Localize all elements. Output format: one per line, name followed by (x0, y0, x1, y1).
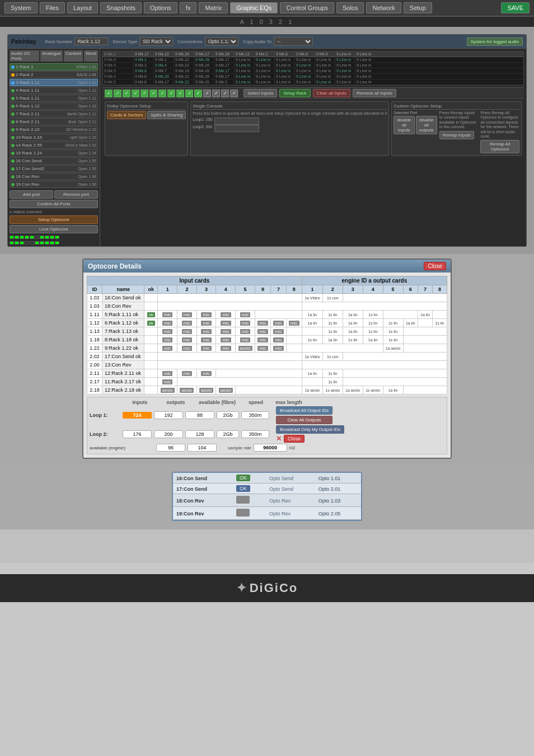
rack-item[interactable]: 17 Con Send2 Open 2.55 (10, 165, 98, 172)
row-id: 1.03 (87, 302, 102, 311)
setup-optocore-btn[interactable]: Setup Optocore (10, 215, 98, 224)
remap-all-optocore-btn[interactable]: Remap All Optocore (480, 140, 519, 153)
check-icon[interactable]: ✓ (140, 90, 148, 97)
row-in6: mic (255, 319, 270, 327)
nav-control-groups[interactable]: Control Groups (280, 2, 334, 13)
nav-network[interactable]: Network (366, 2, 401, 13)
disable-outputs-btn[interactable]: disable all outputs (416, 116, 437, 134)
clear-all-inputs-btn[interactable]: Clear all Inputs (313, 89, 350, 97)
check-icon[interactable]: ✓ (176, 90, 184, 97)
dialog-close-button[interactable]: Close (424, 262, 446, 270)
loop1-input[interactable] (214, 118, 259, 125)
copy-audio-select[interactable]: -- (274, 37, 313, 46)
engine-row: available (engine): 96 104 sample rate 9… (90, 444, 444, 452)
add-port-btn[interactable]: Add port (10, 190, 53, 199)
dialog-close-btn-2[interactable]: Close (284, 435, 305, 443)
remove-port-btn[interactable]: Remove port (54, 190, 98, 199)
nav-setup[interactable]: Setup (404, 2, 432, 13)
row-label: 9 Mk.5 (103, 69, 134, 73)
nav-system[interactable]: System (4, 2, 38, 13)
check-icon[interactable]: ✓ (185, 90, 193, 97)
close-row: ✕ Close (276, 435, 344, 443)
led (40, 236, 44, 239)
row-in7: mic (270, 327, 286, 336)
cell: 9 Mk.28 (194, 63, 214, 67)
cell: 9 Line in (295, 74, 315, 78)
rack-item[interactable]: 10 Rack 2.16 split Open 2.16 (10, 134, 98, 141)
rack-item[interactable]: 9 Rack 2.10 SD Wireless 2.10 (10, 126, 98, 133)
device-type-label: Device Type (113, 39, 137, 44)
rack-item[interactable]: 4 Rack 1.11 Open 1.11 (10, 87, 98, 94)
matrix-row: 9 Mk.4 9 Mk.6 9 Mk.20 9 Mk.22 9 Mk.28 9 … (103, 74, 523, 79)
rack-number-input[interactable] (74, 37, 108, 45)
check-icon[interactable]: ✓ (212, 90, 220, 97)
rack-item[interactable]: 8 Rack 2.11 Anal. Open 2.11 (10, 118, 98, 125)
check-icon[interactable]: ✓ (230, 90, 238, 97)
rack-item[interactable]: 14 Rack 2.55 DiGiCo Madi 2.03 (10, 142, 98, 149)
remove-all-inputs-btn[interactable]: Remove all Inputs (353, 89, 396, 97)
sd-ok-btn-blue[interactable]: OK (236, 485, 250, 492)
rack-item[interactable]: 3 Rack 1.11 Open 1.11 (10, 79, 98, 86)
led (35, 236, 39, 239)
clear-all-btn[interactable]: Clear All Outputs (276, 416, 332, 424)
check-icon[interactable]: ✓ (221, 90, 229, 97)
loop2-input[interactable] (214, 125, 259, 132)
check-icon[interactable]: ✓ (158, 90, 166, 97)
check-icon[interactable]: ✓ (194, 90, 202, 97)
col-ok: ok (144, 285, 158, 294)
system-for-logged-audio-btn[interactable]: System for logged audio (467, 37, 523, 46)
conform-all-ports-btn[interactable]: Confirm All Ports (10, 200, 98, 208)
x-close-icon[interactable]: ✕ (276, 435, 282, 443)
broadcast-all-btn[interactable]: Broadcast All Output IDs (276, 406, 332, 415)
check-icon[interactable]: ✓ (105, 90, 113, 97)
select-inputs-btn[interactable]: Select Inputs (243, 89, 277, 97)
nav-matrix[interactable]: Matrix (199, 2, 228, 13)
rack-item[interactable]: 16 Con Send Open 1.55 (10, 157, 98, 165)
row-ok (144, 353, 158, 361)
nav-options[interactable]: Options (144, 2, 177, 13)
row-ok: ok (144, 319, 158, 327)
engine-val2: 104 (188, 444, 217, 452)
rack-item[interactable]: 7 Rack 2.11 dante Open 2.11 (10, 110, 98, 118)
rack-item[interactable]: 18 Con Rev Open 1.96 (10, 173, 98, 180)
speed-header: speed (242, 400, 270, 405)
nav-layout[interactable]: Layout (67, 2, 98, 13)
dolby-btn-group: Cards & Sectors Splits & Sharing (107, 111, 186, 119)
lock-optocore-btn[interactable]: Lock Optocore (10, 225, 98, 233)
check-icon[interactable]: ✓ (203, 90, 211, 97)
check-icon[interactable]: ✓ (149, 90, 157, 97)
remap-inputs-btn[interactable]: Remap Inputs (439, 131, 474, 139)
setup-rack-btn[interactable]: Setup Rack (279, 89, 310, 97)
nav-solos[interactable]: Solos (336, 2, 364, 13)
dialog-body: Input cards engine ID a output cards ID … (83, 273, 451, 458)
connections-select[interactable]: Opto 1.12 (205, 37, 238, 46)
splits-sharing-btn[interactable]: Splits & Sharing (147, 111, 186, 119)
check-icon[interactable]: ✓ (167, 90, 175, 97)
rack-item[interactable]: 2 Rack 2 BACE 2.84 (10, 71, 98, 78)
col-9: 9 (255, 285, 270, 294)
remap-all-desc: Press Remap All Optocore to configure al… (480, 111, 519, 139)
save-button[interactable]: SAVE (501, 2, 530, 13)
broadcast-only-btn[interactable]: Broadcast Only My Output IDs (276, 425, 344, 434)
rack-item[interactable]: 6 Rack 1.12 Open 1.32 (10, 102, 98, 110)
matrix-column-headers: 9 Mk.1 9 Mk.17 9 Mk.22 9 Mk.28 9 Mk.17 9… (103, 51, 523, 57)
sd-ok-btn[interactable]: OK (236, 475, 250, 481)
nav-fx[interactable]: fx (180, 2, 197, 13)
cards-sectors-btn[interactable]: Cards & Sectors (107, 111, 146, 119)
col-1: 1 (158, 285, 177, 294)
rack-item[interactable]: 1 Rack 1 KRAG 1.82 (10, 63, 98, 71)
disable-inputs-btn[interactable]: disable all inputs (394, 116, 414, 134)
rack-item[interactable]: 19 Con Rev Open 1.96 (10, 181, 98, 188)
check-icon[interactable]: ✓ (132, 90, 139, 97)
nav-graphic-eqs[interactable]: Graphic EQs (230, 2, 278, 13)
check-icon[interactable]: ✓ (123, 90, 130, 97)
rack-item[interactable]: 15 Rack 2.24 Open 2.24 (10, 149, 98, 157)
nav-files[interactable]: Files (40, 2, 65, 13)
check-icon[interactable]: ✓ (114, 90, 121, 97)
rack-item[interactable]: 5 Rack 1.11 Open 1.11 (10, 95, 98, 102)
device-type-select[interactable]: SD Rack (139, 37, 173, 46)
row-outs (302, 302, 447, 311)
col-id: ID (87, 285, 102, 294)
nav-snapshots[interactable]: Snapshots (100, 2, 142, 13)
status-dot (11, 152, 15, 155)
